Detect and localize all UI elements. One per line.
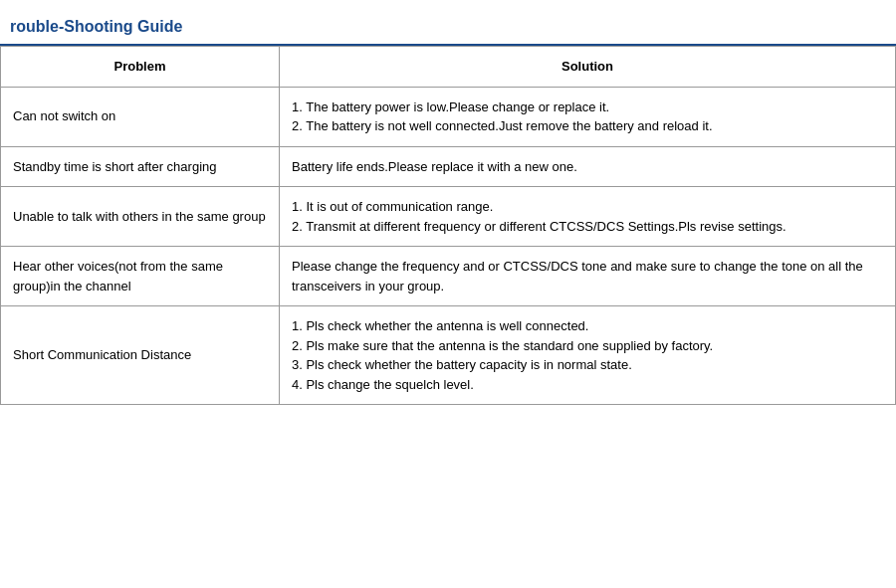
solution-cell: 1. The battery power is low.Please chang…	[280, 87, 896, 146]
table-row: Unable to talk with others in the same g…	[1, 187, 896, 247]
solution-cell: 1. It is out of communication range.2. T…	[280, 187, 896, 247]
problem-cell: Can not switch on	[1, 87, 280, 146]
problem-cell: Unable to talk with others in the same g…	[1, 187, 280, 247]
table-row: Hear other voices(not from the same grou…	[1, 247, 896, 306]
table-row: Standby time is short after chargingBatt…	[1, 146, 896, 187]
problem-header: Problem	[1, 47, 280, 88]
problem-cell: Standby time is short after charging	[1, 146, 280, 187]
solution-cell: Battery life ends.Please replace it with…	[280, 146, 896, 187]
problem-cell: Short Communication Distance	[1, 306, 280, 405]
solution-header: Solution	[280, 47, 896, 88]
table-row: Can not switch on1. The battery power is…	[1, 87, 896, 146]
problem-cell: Hear other voices(not from the same grou…	[1, 247, 280, 306]
page-title: rouble-Shooting Guide	[0, 10, 896, 46]
table-row: Short Communication Distance1. Pls check…	[1, 306, 896, 405]
solution-cell: Please change the frequency and or CTCSS…	[280, 247, 896, 306]
troubleshooting-table: Problem Solution Can not switch on1. The…	[0, 46, 896, 405]
solution-cell: 1. Pls check whether the antenna is well…	[280, 306, 896, 405]
